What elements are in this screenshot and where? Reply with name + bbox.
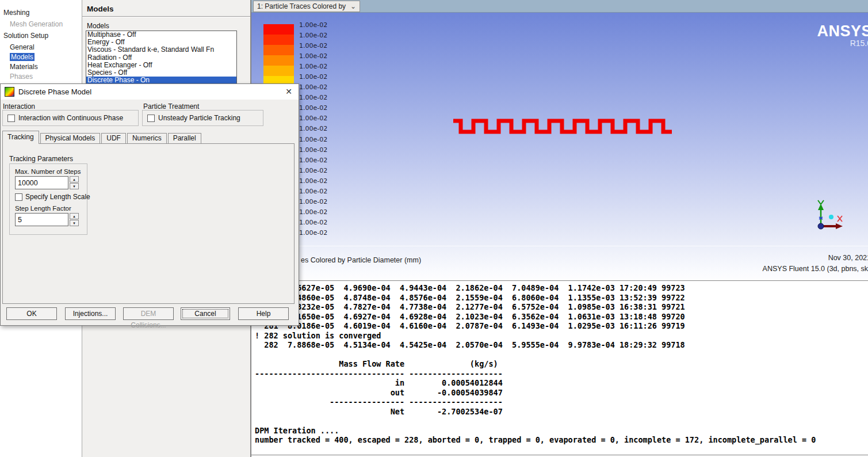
- colorbar-tick-label: 1.00e-02: [299, 20, 327, 31]
- sidebar-item-meshing[interactable]: Meshing: [0, 6, 82, 19]
- caption-app-version: ANSYS Fluent 15.0 (3d, pbns, ske: [763, 265, 868, 273]
- caption-date: Nov 30, 2021: [828, 254, 868, 262]
- nav-tree: MeshingMesh GenerationSolution SetupGene…: [0, 6, 82, 91]
- step-length-spin-buttons: ▲ ▼: [70, 213, 79, 226]
- colorbar-tick-label: 1.00e-02: [299, 176, 327, 186]
- ansys-logo: ANSYS R15.0: [817, 23, 868, 48]
- ansys-release-text: R15.0: [850, 39, 868, 48]
- spinner-up-icon: ▲: [72, 215, 76, 218]
- colorbar-tick-label: 1.00e-02: [299, 72, 327, 82]
- colorbar-tick-label: 1.00e-02: [299, 62, 327, 72]
- sidebar-item-materials[interactable]: Materials: [0, 62, 82, 71]
- tab-numerics[interactable]: Numerics: [127, 133, 167, 143]
- spinner-up-icon: ▲: [72, 178, 76, 181]
- dialog-titlebar[interactable]: Discrete Phase Model ✕: [1, 84, 299, 100]
- ansys-brand-text: ANSYS: [817, 23, 868, 39]
- models-list-item-heat-exchanger-off[interactable]: Heat Exchanger - Off: [86, 62, 236, 69]
- models-list-item-radiation-off[interactable]: Radiation - Off: [86, 54, 236, 62]
- sidebar-item-phases[interactable]: Phases: [0, 71, 82, 81]
- step-length-factor-input[interactable]: [15, 213, 68, 226]
- tab-physical-models[interactable]: Physical Models: [40, 133, 101, 143]
- step-length-decrement-button[interactable]: ▼: [70, 220, 79, 226]
- max-steps-increment-button[interactable]: ▲: [70, 176, 79, 182]
- interaction-checkbox-label: Interaction with Continuous Phase: [18, 114, 123, 122]
- task-page-title: Models: [87, 5, 114, 13]
- specify-length-scale-row: Specify Length Scale: [15, 193, 87, 201]
- colorbar-tick-label: 1.00e-02: [299, 82, 327, 93]
- caption-band: es Colored by Particle Diameter (mm) Nov…: [251, 246, 868, 280]
- colorbar-tick-label: 1.00e-02: [299, 135, 327, 145]
- models-listbox[interactable]: Multiphase - OffEnergy - OffViscous - St…: [86, 31, 237, 85]
- axis-triad-icon: [807, 200, 845, 233]
- tracking-parameters-group: Max. Number of Steps ▲ ▼ Specify Length …: [9, 163, 87, 235]
- sidebar-item-models[interactable]: Models: [0, 52, 82, 62]
- spinner-down-icon: ▼: [72, 185, 76, 188]
- sidebar-item-solution-setup[interactable]: Solution Setup: [0, 29, 82, 42]
- tab-udf[interactable]: UDF: [101, 133, 126, 143]
- colorbar-tick-label: 1.00e-02: [299, 186, 327, 197]
- colorbar-swatch: [263, 35, 294, 45]
- colorbar-tick-label: 1.00e-02: [299, 207, 327, 218]
- tracking-parameters-label: Tracking Parameters: [9, 155, 73, 163]
- colorbar-tick-label: 1.00e-02: [299, 113, 327, 124]
- colorbar-tick-label: 1.00e-02: [299, 41, 327, 51]
- discrete-phase-model-dialog: Discrete Phase Model ✕ Interaction Inter…: [0, 83, 299, 326]
- tab-parallel[interactable]: Parallel: [168, 133, 201, 143]
- graphics-toolbar: 1: Particle Traces Colored by ⌄: [251, 0, 868, 13]
- dem-collisions-button: DEM Collisions...: [123, 307, 174, 320]
- sidebar-item-mesh-generation[interactable]: Mesh Generation: [0, 19, 82, 29]
- viewport-3d[interactable]: 1.00e-021.00e-021.00e-021.00e-021.00e-02…: [251, 13, 868, 280]
- injections-button[interactable]: Injections...: [65, 307, 116, 320]
- colorbar-tick-label: 1.00e-02: [299, 145, 327, 155]
- particle-trace-graphic: [447, 116, 700, 139]
- colorbar-tick-label: 1.00e-02: [299, 93, 327, 103]
- colorbar-tick-label: 1.00e-02: [299, 103, 327, 113]
- step-length-increment-button[interactable]: ▲: [70, 213, 79, 219]
- graphics-window: 1: Particle Traces Colored by ⌄ 1.00e-02…: [251, 0, 868, 457]
- colorbar-tick-label: 1.00e-02: [299, 218, 327, 228]
- tab-tracking[interactable]: Tracking: [2, 131, 39, 144]
- dialog-buttons: OK Injections... DEM Collisions... Cance…: [1, 307, 299, 321]
- colorbar-tick-label: 1.00e-02: [299, 51, 327, 62]
- sidebar-item-label: Phases: [10, 73, 33, 81]
- sidebar-item-label: Models: [10, 53, 35, 61]
- colorbar-tick-label: 1.00e-02: [299, 124, 327, 134]
- close-icon[interactable]: ✕: [285, 87, 292, 96]
- models-list-label: Models: [87, 22, 109, 30]
- sidebar-item-label: Materials: [10, 63, 38, 71]
- max-steps-input[interactable]: [15, 176, 68, 189]
- sidebar-item-general[interactable]: General: [0, 42, 82, 52]
- console-output[interactable]: 6627e-05 4.9690e-04 4.9443e-04 2.1862e-0…: [251, 280, 868, 455]
- unsteady-particle-tracking-checkbox[interactable]: [147, 115, 155, 122]
- interaction-with-continuous-phase-checkbox[interactable]: [7, 115, 15, 122]
- max-steps-decrement-button[interactable]: ▼: [70, 183, 79, 189]
- colorbar-tick-label: 1.00e-02: [299, 166, 327, 176]
- colorbar-tick-label: 1.00e-02: [299, 155, 327, 166]
- colorbar-swatch: [263, 55, 294, 66]
- sidebar-item-label: Meshing: [3, 9, 29, 17]
- title-divider: [82, 16, 250, 17]
- caption-title: es Colored by Particle Diameter (mm): [301, 256, 421, 264]
- colorbar-tick-label: 1.00e-02: [299, 228, 327, 238]
- max-steps-label: Max. Number of Steps: [15, 168, 87, 175]
- spinner-down-icon: ▼: [72, 222, 76, 225]
- particle-treatment-checkbox-label: Unsteady Particle Tracking: [158, 114, 240, 122]
- fluent-app-icon: [5, 87, 14, 97]
- cancel-button[interactable]: Cancel: [181, 307, 230, 320]
- tracking-tab-panel: Tracking Parameters Max. Number of Steps…: [2, 143, 295, 304]
- step-length-factor-label: Step Length Factor: [15, 205, 87, 212]
- specify-length-scale-checkbox[interactable]: [15, 193, 22, 201]
- ok-button[interactable]: OK: [6, 307, 57, 320]
- colorbar-tick-label: 1.00e-02: [299, 31, 327, 41]
- view-selector-label: 1: Particle Traces Colored by: [257, 2, 346, 10]
- interaction-group-label: Interaction: [3, 102, 35, 111]
- models-list-item-viscous-standard-k-e-standard-wall-fn[interactable]: Viscous - Standard k-e, Standard Wall Fn: [86, 46, 236, 54]
- sidebar-item-label: Mesh Generation: [10, 20, 63, 28]
- chevron-down-icon: ⌄: [350, 3, 356, 9]
- help-button[interactable]: Help: [238, 307, 289, 320]
- colorbar-tick-label: 1.00e-02: [299, 197, 327, 207]
- specify-length-scale-label: Specify Length Scale: [25, 193, 90, 201]
- max-steps-spin-buttons: ▲ ▼: [70, 176, 79, 189]
- view-selector-dropdown[interactable]: 1: Particle Traces Colored by ⌄: [253, 1, 360, 12]
- step-length-factor-spinner: ▲ ▼: [15, 213, 87, 226]
